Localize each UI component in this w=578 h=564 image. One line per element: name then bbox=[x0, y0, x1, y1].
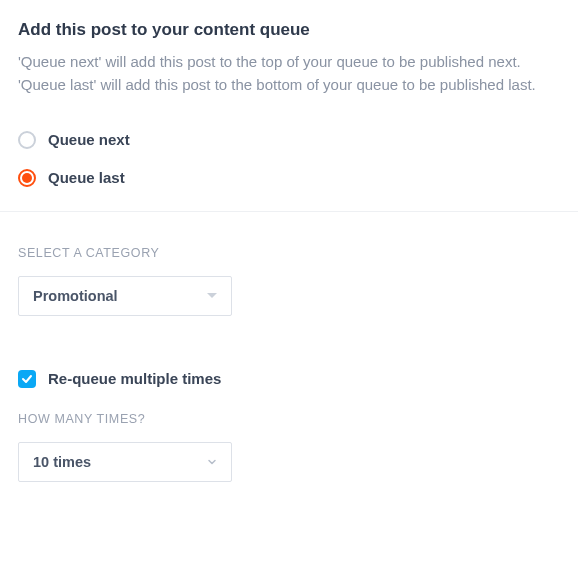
page-title: Add this post to your content queue bbox=[18, 20, 560, 40]
requeue-checkbox[interactable]: Re-queue multiple times bbox=[18, 370, 560, 388]
page-description: 'Queue next' will add this post to the t… bbox=[18, 50, 560, 97]
radio-icon bbox=[18, 169, 36, 187]
chevron-down-icon bbox=[207, 457, 217, 467]
times-selected-value: 10 times bbox=[33, 454, 91, 470]
radio-icon bbox=[18, 131, 36, 149]
radio-queue-last[interactable]: Queue last bbox=[18, 169, 560, 187]
queue-radio-group: Queue next Queue last bbox=[18, 131, 560, 187]
radio-queue-next[interactable]: Queue next bbox=[18, 131, 560, 149]
category-select[interactable]: Promotional bbox=[18, 276, 232, 316]
category-selected-value: Promotional bbox=[33, 288, 118, 304]
checkbox-checked-icon bbox=[18, 370, 36, 388]
caret-down-icon bbox=[207, 293, 217, 298]
radio-label-next: Queue next bbox=[48, 131, 130, 148]
times-label: HOW MANY TIMES? bbox=[18, 412, 560, 426]
requeue-checkbox-label: Re-queue multiple times bbox=[48, 370, 221, 387]
category-label: SELECT A CATEGORY bbox=[18, 246, 560, 260]
times-select[interactable]: 10 times bbox=[18, 442, 232, 482]
radio-label-last: Queue last bbox=[48, 169, 125, 186]
